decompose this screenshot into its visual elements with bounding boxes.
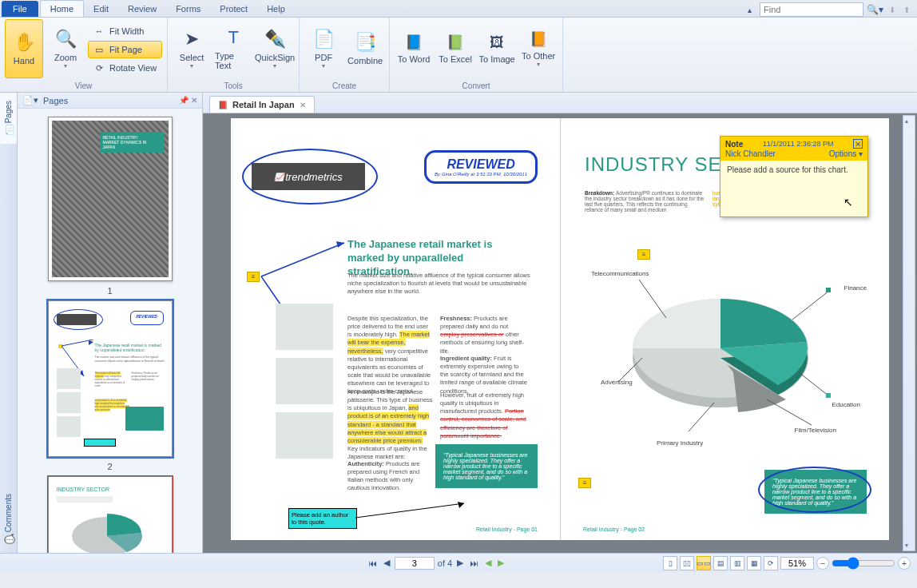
rotate-view[interactable]: ⟳Rotate View xyxy=(88,59,162,77)
hand-tool[interactable]: ✋Hand xyxy=(5,19,43,78)
word-icon: 📘 xyxy=(405,34,423,51)
thumbnail-1[interactable]: RETAIL INDUSTRY:MARKET DYNAMICS IN JAPAN xyxy=(48,117,173,281)
thumbnail-2[interactable]: REVIEWED The Japanese retail market is m… xyxy=(48,300,173,457)
thumb-1-num: 1 xyxy=(107,286,112,296)
file-menu[interactable]: File xyxy=(2,1,38,17)
tab-home[interactable]: Home xyxy=(40,0,84,17)
nav-prev[interactable]: ◀ xyxy=(382,558,391,568)
view-cont[interactable]: ▯▯ xyxy=(680,556,694,570)
page-number[interactable] xyxy=(395,557,435,570)
tab-review[interactable]: Review xyxy=(118,1,166,17)
quote-box: "Typical Japanese businesses are highly … xyxy=(435,444,538,488)
side-tab-comments[interactable]: 💬 Comments xyxy=(0,486,17,553)
reviewed-text: REVIEWED xyxy=(435,157,527,172)
pages-icon: 📄 xyxy=(4,125,14,136)
page-of: of 4 xyxy=(438,558,452,568)
placeholder-3 xyxy=(276,412,333,459)
find-prev[interactable]: ⬇ xyxy=(887,6,898,14)
quicksign-tool[interactable]: ✒️QuickSign xyxy=(256,19,294,78)
tab-edit[interactable]: Edit xyxy=(84,1,118,17)
view-cont-facing[interactable]: ▤ xyxy=(713,556,728,570)
nav-first[interactable]: ⏮ xyxy=(367,558,379,568)
select-label: Select xyxy=(180,53,204,62)
typetext-icon: T xyxy=(228,27,238,48)
view-facing[interactable]: ▭▭ xyxy=(697,556,711,570)
note-options[interactable]: Options ▾ xyxy=(829,149,863,158)
image-icon: 🖼 xyxy=(490,34,504,51)
label-adv: Advertising xyxy=(601,379,633,386)
view-rotate[interactable]: ⟳ xyxy=(764,556,778,570)
quicksign-label: QuickSign xyxy=(255,53,295,62)
document-tab[interactable]: 📕 Retail In Japan ✕ xyxy=(209,96,315,113)
svg-rect-18 xyxy=(826,393,831,398)
zoom-icon: 🔍 xyxy=(55,29,77,50)
side-tab-pages[interactable]: 📄 Pages xyxy=(0,93,17,144)
close-tab[interactable]: ✕ xyxy=(300,101,306,109)
cover-line2: MARKET DYNAMICS IN JAPAN xyxy=(103,140,147,149)
combine[interactable]: 📑Combine xyxy=(346,19,384,78)
nav-back[interactable]: ◀ xyxy=(483,558,493,568)
typetext-tool[interactable]: TType Text xyxy=(214,19,252,78)
note-close[interactable]: ✕ xyxy=(853,139,863,149)
callout-box[interactable]: Please add an author to this quote. xyxy=(288,508,357,529)
svg-line-14 xyxy=(792,291,829,320)
excel-icon: 📗 xyxy=(447,34,464,51)
fitpage-label: Fit Page xyxy=(109,45,142,54)
svg-line-19 xyxy=(767,399,812,425)
view-single[interactable]: ▯ xyxy=(663,556,677,570)
ribbon-minimize[interactable]: ▴ xyxy=(743,6,756,14)
nav-last[interactable]: ⏭ xyxy=(468,558,480,568)
group-convert: Convert xyxy=(395,80,558,90)
fit-page[interactable]: ▭Fit Page xyxy=(88,41,162,58)
note-type: Note xyxy=(725,140,743,149)
scrollbar-v[interactable]: ▴▾ xyxy=(903,115,915,551)
view-5[interactable]: ▥ xyxy=(730,556,744,570)
zoom-value[interactable] xyxy=(780,557,814,570)
nav-forward[interactable]: ▶ xyxy=(496,558,506,568)
reviewed-stamp[interactable]: REVIEWED By Gina O'Reilly at 3:51:33 PM,… xyxy=(424,150,538,184)
other-icon: 📙 xyxy=(530,30,547,48)
toother-label: To Other xyxy=(522,51,555,61)
to-excel[interactable]: 📗To Excel xyxy=(436,19,474,78)
nav-next[interactable]: ▶ xyxy=(455,558,465,568)
svg-line-20 xyxy=(689,403,714,431)
hand-label: Hand xyxy=(14,56,34,66)
zoom-in[interactable]: + xyxy=(898,557,911,570)
pie-chart xyxy=(609,262,832,438)
zoom-slider[interactable] xyxy=(832,557,895,570)
select-tool[interactable]: ➤Select xyxy=(173,19,211,78)
svg-line-17 xyxy=(799,372,829,396)
group-tools: Tools xyxy=(173,80,294,90)
label-tele: Telecommunications xyxy=(591,270,649,277)
fit-width[interactable]: ↔Fit Width xyxy=(88,22,162,40)
panel-pin[interactable]: 📌 ✕ xyxy=(179,96,197,105)
tab-forms[interactable]: Forms xyxy=(166,1,210,17)
create-pdf[interactable]: 📄PDF xyxy=(304,19,343,78)
annotation-oval-quote[interactable] xyxy=(758,467,871,513)
toimage-label: To Image xyxy=(478,54,514,64)
label-fin: Finance xyxy=(844,284,867,292)
thumbnail-3[interactable]: INDUSTRY SECTOR xyxy=(48,476,173,553)
note-icon-2[interactable]: ≡ xyxy=(637,249,650,260)
zoom-tool[interactable]: 🔍Zoom xyxy=(46,19,85,78)
to-word[interactable]: 📘To Word xyxy=(395,19,433,78)
combine-icon: 📑 xyxy=(355,32,376,53)
sticky-note[interactable]: Note 11/1/2011 2:36:28 PM ✕ Nick Chandle… xyxy=(720,136,868,217)
note-icon-3[interactable]: ≡ xyxy=(578,478,591,488)
find-input[interactable] xyxy=(760,2,863,17)
zoom-out[interactable]: − xyxy=(816,557,829,570)
to-image[interactable]: 🖼To Image xyxy=(478,19,516,78)
annotation-oval-logo[interactable] xyxy=(242,149,378,205)
search-icon[interactable]: 🔍▾ xyxy=(867,4,883,15)
placeholder-2 xyxy=(276,358,333,404)
find-next[interactable]: ⬆ xyxy=(901,6,912,14)
tab-help[interactable]: Help xyxy=(257,1,295,17)
to-other[interactable]: 📙To Other xyxy=(519,19,558,78)
pages-panel-dropdown[interactable]: 📄▾ xyxy=(22,95,38,105)
pdf-icon: 📄 xyxy=(313,29,335,50)
label-film: Film/Television xyxy=(795,427,836,434)
view-6[interactable]: ▦ xyxy=(747,556,761,570)
tab-protect[interactable]: Protect xyxy=(210,1,257,17)
rotate-icon: ⟳ xyxy=(93,63,105,74)
fresh-label: Freshness: xyxy=(440,315,474,322)
